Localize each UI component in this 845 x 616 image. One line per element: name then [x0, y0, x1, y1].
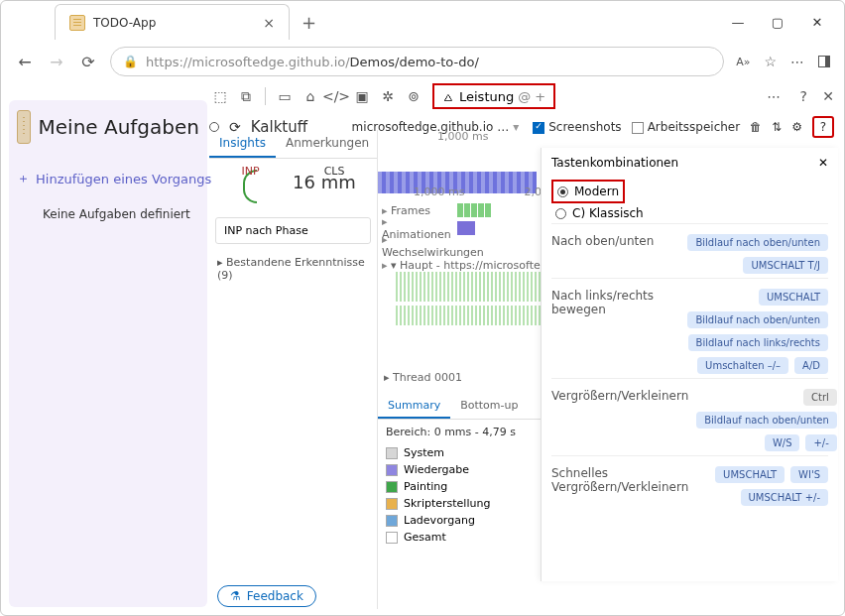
device-icon[interactable]: ⧉ — [235, 85, 257, 107]
color-swatch — [386, 498, 398, 510]
inp-phase-card[interactable]: INP nach Phase — [215, 217, 371, 244]
tab-annotations[interactable]: Anmerkungen — [276, 130, 379, 158]
main-track[interactable]: ▾ Haupt - https://microsoftedg — [378, 259, 554, 272]
forward-button: → — [47, 53, 66, 71]
browser-tab[interactable]: TODO-App × — [55, 4, 290, 40]
reading-mode-icon[interactable]: A» — [736, 56, 750, 68]
network-icon[interactable]: ⊚ — [403, 85, 424, 107]
toolbar-more-icon[interactable]: ⋯ — [763, 85, 785, 107]
window-titlebar: TODO-App × + — ▢ ✕ — [1, 1, 844, 43]
close-tab-icon[interactable]: × — [263, 15, 275, 31]
key-badge: Bildlauf nach oben/unten — [687, 311, 828, 328]
flyout-close-icon[interactable]: ✕ — [818, 156, 828, 170]
url-input[interactable]: 🔒 https://microsoftedge.github.io/Demos/… — [110, 47, 724, 76]
key-badge: UMSCHALT +/- — [741, 489, 828, 506]
legend-label: Skripterstellung — [404, 497, 490, 510]
shortcut-group-title: Nach oben/unten — [551, 234, 661, 268]
radio-icon — [557, 186, 568, 197]
key-badge: Ctrl — [803, 389, 837, 406]
reload-button[interactable]: ⟳ — [78, 53, 98, 71]
devtools-close-icon[interactable]: ✕ — [822, 88, 834, 104]
interactions-track[interactable]: Wechselwirkungen — [378, 233, 457, 259]
favorite-icon[interactable]: ☆ — [764, 54, 777, 69]
empty-task-message: Keine Aufgaben definiert — [43, 207, 199, 221]
insights-panel: Insights Anmerkungen INP CLS INP nach Ph… — [209, 130, 378, 609]
inp-label: INP — [242, 165, 260, 178]
key-badge: A/D — [794, 357, 828, 374]
page-favicon — [69, 15, 85, 31]
color-swatch — [386, 447, 398, 459]
key-badge: UMSCHALT T/J — [743, 257, 828, 274]
gauge-icon: 🜂 — [442, 89, 455, 104]
legend-label: Gesamt — [404, 531, 446, 544]
shortcut-group-title: Nach links/rechts bewegen — [551, 289, 661, 368]
legend-label: System — [404, 446, 444, 459]
shortcut-group-title: Vergrößern/Verkleinern — [551, 389, 688, 445]
welcome-icon[interactable]: ▭ — [274, 85, 296, 107]
passed-insights-row[interactable]: Bestandene Erkenntnisse (9) — [209, 250, 377, 288]
cls-label: CLS — [324, 165, 345, 178]
color-swatch — [386, 464, 398, 476]
color-swatch — [386, 532, 398, 544]
feedback-button[interactable]: ⚗ Feedback — [217, 585, 316, 607]
new-tab-button[interactable]: + — [302, 12, 316, 33]
app-title: Meine Aufgaben — [39, 115, 199, 139]
key-badge: Bildlauf nach oben/unten — [687, 234, 828, 251]
elements-icon[interactable]: </> — [325, 85, 347, 107]
console-icon[interactable]: ▣ — [351, 85, 373, 107]
clipboard-icon — [17, 110, 31, 144]
shortcuts-flyout: Tastenkombinationen ✕ Modern C) Klassisc… — [541, 148, 838, 581]
shortcut-group-title: Schnelles Vergrößern/Verkleinern — [551, 466, 688, 500]
flyout-title: Tastenkombinationen — [551, 156, 678, 170]
radio-icon — [555, 208, 566, 219]
tab-insights[interactable]: Insights — [209, 130, 276, 158]
close-window-icon[interactable]: ✕ — [810, 15, 824, 30]
todo-app-panel: Meine Aufgaben ＋ Hinzufügen eines Vorgan… — [9, 100, 207, 607]
help-icon[interactable]: ? — [792, 85, 814, 107]
back-button[interactable]: ← — [15, 53, 35, 71]
url-text: https://microsoftedge.github.io/Demos/de… — [146, 55, 479, 69]
key-badge: Bildlauf nach oben/unten — [696, 412, 837, 429]
color-swatch — [386, 515, 398, 527]
minimize-icon[interactable]: — — [731, 15, 745, 30]
preset-classic-radio[interactable]: C) Klassisch — [551, 203, 828, 223]
home-icon[interactable]: ⌂ — [300, 85, 321, 107]
bottomup-tab[interactable]: Bottom-up — [450, 394, 528, 419]
sources-icon[interactable]: ✲ — [377, 85, 399, 107]
legend-label: Ladevorgang — [404, 514, 475, 527]
inspect-icon[interactable]: ⬚ — [209, 85, 231, 107]
sidebar-toggle-icon[interactable] — [818, 56, 830, 67]
legend-label: Painting — [404, 480, 447, 493]
maximize-icon[interactable]: ▢ — [771, 15, 785, 30]
key-badge: Bildlauf nach links/rechts — [688, 334, 828, 351]
key-badge: +/- — [805, 434, 836, 451]
lock-icon[interactable]: 🔒 — [123, 55, 138, 68]
window-controls: — ▢ ✕ — [731, 15, 838, 30]
tab-title: TODO-App — [93, 16, 156, 30]
key-badge: W/S — [765, 434, 800, 451]
key-badge: Umschalten –/– — [697, 357, 788, 374]
add-task-button[interactable]: ＋ Hinzufügen eines Vorgangs — [17, 170, 199, 187]
color-swatch — [386, 481, 398, 493]
summary-tab[interactable]: Summary — [378, 394, 450, 419]
preset-modern-radio[interactable]: Modern — [551, 180, 625, 203]
legend-label: Wiedergabe — [404, 463, 469, 476]
beaker-icon: ⚗ — [230, 589, 241, 603]
key-badge: UMSCHALT — [759, 289, 828, 306]
key-badge: UMSCHALT — [715, 466, 785, 483]
performance-tab[interactable]: 🜂 Leistung @ + — [432, 83, 555, 109]
time-ruler-top: 1,000 ms — [378, 130, 838, 146]
key-badge: WI'S — [790, 466, 828, 483]
plus-icon: ＋ — [17, 170, 30, 187]
address-bar-row: ← → ⟳ 🔒 https://microsoftedge.github.io/… — [1, 43, 844, 80]
more-icon[interactable]: ⋯ — [790, 54, 804, 69]
